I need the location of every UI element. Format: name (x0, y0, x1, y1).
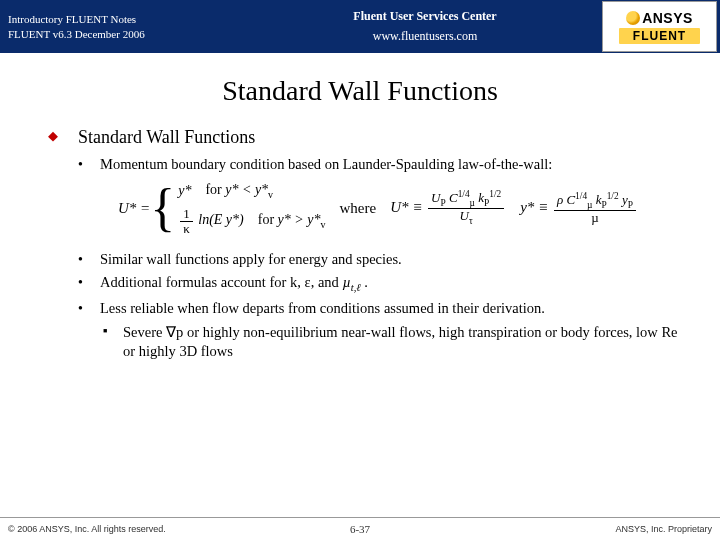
website-url: www.fluentusers.com (248, 27, 602, 46)
copyright: © 2006 ANSYS, Inc. All rights reserved. (8, 524, 166, 534)
where-label: where (339, 198, 376, 218)
slide-footer: © 2006 ANSYS, Inc. All rights reserved. … (0, 517, 720, 540)
mu-symbol: µt,ℓ (342, 273, 360, 295)
header-left: Introductory FLUENT Notes FLUENT v6.3 De… (0, 12, 248, 41)
bullet-additional: Additional formulas account for k, ε, an… (78, 273, 692, 295)
slide-header: Introductory FLUENT Notes FLUENT v6.3 De… (0, 0, 720, 53)
ansys-logo: ANSYS FLUENT (602, 1, 717, 52)
service-center: Fluent User Services Center (248, 7, 602, 26)
logo-swirl-icon (626, 11, 640, 25)
bullet-energy-species: Similar wall functions apply for energy … (78, 250, 692, 270)
brace-icon: { (150, 185, 175, 232)
section-heading: Standard Wall Functions (48, 125, 692, 149)
slide-content: Standard Wall Functions Momentum boundar… (0, 125, 720, 362)
logo-product: FLUENT (619, 28, 700, 44)
bullet-momentum: Momentum boundary condition based on Lau… (78, 155, 692, 175)
logo-brand: ANSYS (626, 10, 693, 26)
sub-bullet-conditions: Severe ∇p or highly non-equilibrium near… (103, 323, 692, 362)
header-center: Fluent User Services Center www.fluentus… (248, 7, 602, 45)
equation-main: U* = { y* for y* < y*v 1κ ln(E y*) for y… (118, 181, 325, 236)
proprietary-notice: ANSYS, Inc. Proprietary (615, 524, 712, 534)
bullet-less-reliable: Less reliable when flow departs from con… (78, 299, 692, 319)
course-title: Introductory FLUENT Notes (8, 12, 248, 26)
slide-title: Standard Wall Functions (0, 75, 720, 107)
equation-ustar: U* ≡ UP C1/4µ kP1/2 Uτ (390, 190, 506, 227)
version-date: FLUENT v6.3 December 2006 (8, 27, 248, 41)
equation-ystar: y* ≡ ρ C1/4µ kP1/2 yP µ (520, 192, 638, 225)
equation-row: U* = { y* for y* < y*v 1κ ln(E y*) for y… (118, 181, 692, 236)
page-number: 6-37 (350, 523, 370, 535)
